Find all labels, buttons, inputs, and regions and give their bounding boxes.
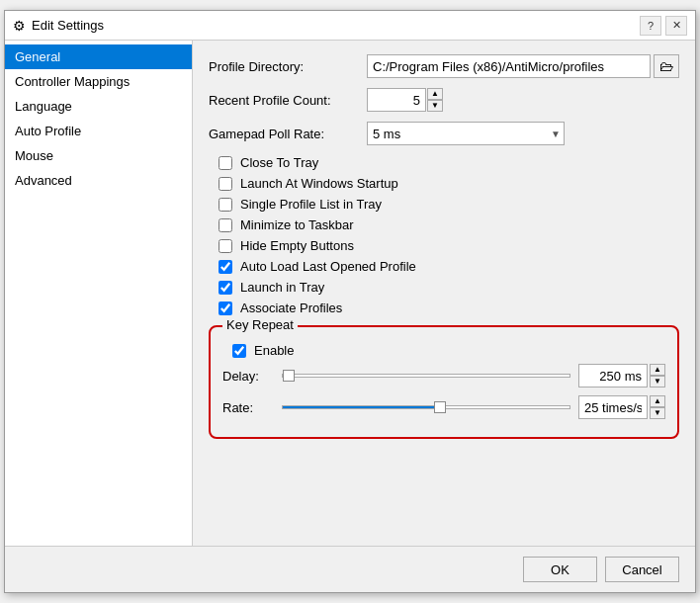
sidebar-item-general[interactable]: General [5, 44, 192, 69]
rate-row: Rate: ▲ ▼ [222, 395, 665, 419]
rate-up-button[interactable]: ▲ [650, 395, 665, 407]
key-repeat-section: Key Repeat Enable Delay: [209, 325, 679, 439]
checkbox-row-close-to-tray: Close To Tray [209, 155, 679, 170]
checkbox-close-to-tray[interactable] [219, 156, 232, 170]
checkbox-label-launch-in-tray[interactable]: Launch in Tray [240, 280, 324, 295]
footer: OK Cancel [5, 546, 695, 592]
checkbox-label-associate-profiles[interactable]: Associate Profiles [240, 301, 342, 315]
rate-slider[interactable] [282, 405, 570, 409]
profile-directory-row: Profile Directory: 🗁 [209, 54, 679, 78]
sidebar-item-advanced[interactable]: Advanced [5, 168, 192, 193]
key-repeat-enable-label[interactable]: Enable [254, 343, 294, 358]
window-icon: ⚙ [13, 18, 26, 34]
checkbox-row-auto-load-last-opened-profile: Auto Load Last Opened Profile [209, 259, 679, 274]
delay-value-input[interactable] [578, 364, 648, 388]
checkbox-launch-in-tray[interactable] [219, 281, 232, 295]
checkbox-label-launch-at-windows-startup[interactable]: Launch At Windows Startup [240, 176, 398, 191]
sidebar: GeneralController MappingsLanguageAuto P… [5, 41, 193, 546]
delay-up-button[interactable]: ▲ [650, 364, 665, 376]
profile-directory-label: Profile Directory: [209, 59, 367, 74]
ok-button[interactable]: OK [523, 557, 597, 582]
checkbox-hide-empty-buttons[interactable] [219, 239, 232, 253]
checkbox-label-auto-load-last-opened-profile[interactable]: Auto Load Last Opened Profile [240, 259, 416, 274]
title-bar: ⚙ Edit Settings ? ✕ [5, 11, 695, 41]
checkbox-label-hide-empty-buttons[interactable]: Hide Empty Buttons [240, 238, 354, 253]
rate-value-input[interactable] [578, 395, 648, 419]
edit-settings-window: ⚙ Edit Settings ? ✕ GeneralController Ma… [4, 10, 696, 593]
sidebar-item-controller-mappings[interactable]: Controller Mappings [5, 69, 192, 94]
checkbox-label-minimize-to-taskbar[interactable]: Minimize to Taskbar [240, 217, 354, 232]
delay-value-wrap: ▲ ▼ [578, 364, 665, 388]
gamepad-poll-rate-control: 1 ms2 ms5 ms10 ms15 ms20 ms ▼ [367, 122, 679, 145]
title-bar-left: ⚙ Edit Settings [13, 18, 104, 34]
checkbox-single-profile-list-in-tray[interactable] [219, 198, 232, 212]
checkbox-row-associate-profiles: Associate Profiles [209, 301, 679, 315]
window-title: Edit Settings [32, 18, 104, 33]
close-button[interactable]: ✕ [665, 16, 687, 36]
recent-profile-count-input[interactable] [367, 88, 426, 112]
profile-directory-input[interactable] [367, 54, 651, 78]
checkbox-row-single-profile-list-in-tray: Single Profile List in Tray [209, 197, 679, 212]
checkboxes-section: Close To TrayLaunch At Windows StartupSi… [209, 155, 679, 315]
gamepad-poll-rate-label: Gamepad Poll Rate: [209, 127, 367, 141]
cancel-button[interactable]: Cancel [605, 557, 679, 582]
delay-down-button[interactable]: ▼ [650, 376, 665, 388]
sidebar-item-language[interactable]: Language [5, 94, 192, 119]
recent-profile-count-control: ▲ ▼ [367, 88, 679, 112]
folder-button[interactable]: 🗁 [654, 54, 679, 78]
checkbox-row-launch-in-tray: Launch in Tray [209, 280, 679, 295]
sidebar-item-auto-profile[interactable]: Auto Profile [5, 119, 192, 143]
key-repeat-title: Key Repeat [222, 317, 298, 332]
rate-label: Rate: [222, 400, 282, 415]
checkbox-label-single-profile-list-in-tray[interactable]: Single Profile List in Tray [240, 197, 382, 212]
gamepad-poll-rate-row: Gamepad Poll Rate: 1 ms2 ms5 ms10 ms15 m… [209, 122, 679, 145]
sidebar-item-mouse[interactable]: Mouse [5, 143, 192, 168]
recent-profile-count-row: Recent Profile Count: ▲ ▼ [209, 88, 679, 112]
checkbox-label-close-to-tray[interactable]: Close To Tray [240, 155, 318, 170]
gamepad-poll-rate-dropdown[interactable]: 1 ms2 ms5 ms10 ms15 ms20 ms [367, 122, 565, 145]
delay-slider-wrap [282, 374, 570, 378]
spinbox-buttons: ▲ ▼ [427, 88, 443, 112]
gamepad-poll-rate-dropdown-container: 1 ms2 ms5 ms10 ms15 ms20 ms ▼ [367, 122, 565, 145]
rate-spinbox-buttons: ▲ ▼ [650, 395, 665, 419]
rate-value-wrap: ▲ ▼ [578, 395, 665, 419]
key-repeat-enable-row: Enable [222, 343, 665, 358]
key-repeat-content: Enable Delay: ▲ ▼ [222, 343, 665, 419]
profile-directory-control: 🗁 [367, 54, 679, 78]
checkbox-row-launch-at-windows-startup: Launch At Windows Startup [209, 176, 679, 191]
rate-slider-wrap [282, 405, 570, 409]
delay-label: Delay: [222, 369, 282, 384]
spinbox-down-button[interactable]: ▼ [427, 100, 443, 112]
delay-row: Delay: ▲ ▼ [222, 364, 665, 388]
content-area: GeneralController MappingsLanguageAuto P… [5, 41, 695, 546]
checkbox-associate-profiles[interactable] [219, 302, 232, 315]
recent-profile-count-label: Recent Profile Count: [209, 93, 367, 108]
checkbox-launch-at-windows-startup[interactable] [219, 177, 232, 191]
checkbox-row-hide-empty-buttons: Hide Empty Buttons [209, 238, 679, 253]
spinbox-up-button[interactable]: ▲ [427, 88, 443, 100]
delay-spinbox-buttons: ▲ ▼ [650, 364, 665, 388]
recent-profile-count-spinbox: ▲ ▼ [367, 88, 443, 112]
rate-down-button[interactable]: ▼ [650, 407, 665, 419]
delay-slider[interactable] [282, 374, 570, 378]
checkbox-row-minimize-to-taskbar: Minimize to Taskbar [209, 217, 679, 232]
help-button[interactable]: ? [640, 16, 661, 36]
checkbox-auto-load-last-opened-profile[interactable] [219, 260, 232, 274]
main-panel: Profile Directory: 🗁 Recent Profile Coun… [193, 41, 695, 546]
folder-icon: 🗁 [659, 58, 673, 74]
checkbox-minimize-to-taskbar[interactable] [219, 218, 232, 232]
key-repeat-enable-checkbox[interactable] [232, 344, 246, 358]
title-bar-right: ? ✕ [640, 16, 687, 36]
